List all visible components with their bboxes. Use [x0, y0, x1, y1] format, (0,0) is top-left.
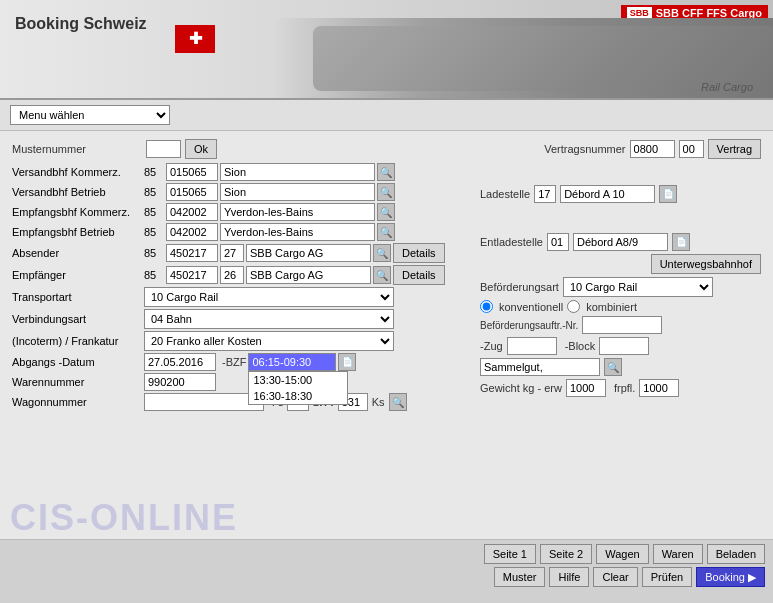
entladestelle-value[interactable] [573, 233, 668, 251]
abgangsdatum-row: Abgangs -Datum -BZF 13:30-15:00 16:30-18… [12, 353, 472, 371]
absender-search-icon[interactable]: 🔍 [373, 244, 391, 262]
wagen-button[interactable]: Wagen [596, 544, 648, 564]
bzf-option-1[interactable]: 13:30-15:00 [249, 372, 347, 388]
absender-details-button[interactable]: Details [393, 243, 445, 263]
header: SBB SBB CFF FFS Cargo Booking Schweiz ✚ … [0, 0, 773, 100]
vertragsnummer-input2[interactable] [679, 140, 704, 158]
sammelgut-input[interactable] [480, 358, 600, 376]
frpfl-input[interactable] [639, 379, 679, 397]
wagonnummer-row: Wagonnummer TU LWV Ks 🔍 [12, 393, 472, 411]
incoterm-select[interactable]: 20 Franko aller Kosten [144, 331, 394, 351]
empfaenger-details-button[interactable]: Details [393, 265, 445, 285]
absender-row: Absender 85 🔍 Details [12, 243, 472, 263]
ok-button[interactable]: Ok [185, 139, 217, 159]
empfangsbhf-kommerz-station[interactable] [220, 203, 375, 221]
bzf-doc-icon[interactable]: 📄 [338, 353, 356, 371]
seite1-button[interactable]: Seite 1 [484, 544, 536, 564]
transportart-label: Transportart [12, 291, 142, 303]
form-body: Versandbhf Kommerz. 85 🔍 Versandbhf Betr… [12, 163, 761, 413]
sammelgut-search-icon[interactable]: 🔍 [604, 358, 622, 376]
vertragsnummer-input1[interactable] [630, 140, 675, 158]
absender-name[interactable] [246, 244, 371, 262]
versandbhf-betrieb-station[interactable] [220, 183, 375, 201]
empfangsbhf-betrieb-label: Empfangsbhf Betrieb [12, 226, 142, 238]
ladestelle-label: Ladestelle [480, 188, 530, 200]
empfaenger-num2[interactable] [220, 266, 244, 284]
kombiniert-radio[interactable] [567, 300, 580, 313]
empfangsbhf-betrieb-station[interactable] [220, 223, 375, 241]
versandbhf-kommerz-station[interactable] [220, 163, 375, 181]
train-image: Rail Cargo [273, 18, 773, 98]
versandbhf-betrieb-search-icon[interactable]: 🔍 [377, 183, 395, 201]
empfaenger-num[interactable] [166, 266, 218, 284]
warennummer-input[interactable] [144, 373, 216, 391]
absender-num2[interactable] [220, 244, 244, 262]
versandbhf-betrieb-label: Versandbhf Betrieb [12, 186, 142, 198]
hilfe-button[interactable]: Hilfe [549, 567, 589, 587]
vertrag-button[interactable]: Vertrag [708, 139, 761, 159]
musternummer-input[interactable] [146, 140, 181, 158]
bzf-input[interactable] [248, 353, 336, 371]
bzf-list: 13:30-15:00 16:30-18:30 [248, 371, 348, 405]
versandbhf-kommerz-label: Versandbhf Kommerz. [12, 166, 142, 178]
entladestelle-doc-icon[interactable]: 📄 [672, 233, 690, 251]
empfaenger-search-icon[interactable]: 🔍 [373, 266, 391, 284]
booking-button[interactable]: Booking ▶ [696, 567, 765, 587]
unterwegsbahnhof-button[interactable]: Unterwegsbahnhof [651, 254, 761, 274]
ladestelle-value[interactable] [560, 185, 655, 203]
gewicht-input[interactable] [566, 379, 606, 397]
transportart-select[interactable]: 10 Cargo Rail [144, 287, 394, 307]
menu-bar: Menu wählen [0, 100, 773, 131]
clear-button[interactable]: Clear [593, 567, 637, 587]
seite2-button[interactable]: Seite 2 [540, 544, 592, 564]
empfangsbhf-kommerz-label: Empfangsbhf Kommerz. [12, 206, 142, 218]
empfangsbhf-betrieb-num[interactable] [166, 223, 218, 241]
konventionell-radio[interactable] [480, 300, 493, 313]
swiss-flag: ✚ [175, 25, 215, 53]
befoerderungsauftr-label: Beförderungsauftr.-Nr. [480, 320, 578, 331]
ladestelle-doc-icon[interactable]: 📄 [659, 185, 677, 203]
entladestelle-label: Entladestelle [480, 236, 543, 248]
verbindungsart-select[interactable]: 04 Bahn [144, 309, 394, 329]
versandbhf-kommerz-num[interactable] [166, 163, 218, 181]
waren-button[interactable]: Waren [653, 544, 703, 564]
pruefen-button[interactable]: Prüfen [642, 567, 692, 587]
entladestelle-num[interactable] [547, 233, 569, 251]
zug-input[interactable] [507, 337, 557, 355]
empfangsbhf-kommerz-code: 85 [144, 206, 164, 218]
abgangsdatum-input[interactable] [144, 353, 216, 371]
unterwegsbahnhof-row: Unterwegsbahnhof [480, 254, 761, 274]
wagonnummer-input[interactable] [144, 393, 264, 411]
block-label: -Block [565, 340, 596, 352]
zug-block-row: -Zug -Block [480, 337, 761, 355]
befoerderungsauftr-input[interactable] [582, 316, 662, 334]
rail-cargo-text: Rail Cargo [701, 81, 753, 93]
top-form-row: Musternummer Ok Vertragsnummer Vertrag [12, 139, 761, 159]
versandbhf-betrieb-num[interactable] [166, 183, 218, 201]
bzf-option-2[interactable]: 16:30-18:30 [249, 388, 347, 404]
sammelgut-row: 🔍 [480, 358, 761, 376]
musternummer-label: Musternummer [12, 143, 142, 155]
bzf-label: -BZF [222, 356, 246, 368]
entladestelle-row: Entladestelle 📄 [480, 233, 761, 251]
beladen-button[interactable]: Beladen [707, 544, 765, 564]
empfangsbhf-kommerz-num[interactable] [166, 203, 218, 221]
transportart-row: Transportart 10 Cargo Rail [12, 287, 472, 307]
empfangsbhf-betrieb-search-icon[interactable]: 🔍 [377, 223, 395, 241]
gewicht-row: Gewicht kg - erw frpfl. [480, 379, 761, 397]
frpfl-label: frpfl. [614, 382, 635, 394]
empfangsbhf-kommerz-search-icon[interactable]: 🔍 [377, 203, 395, 221]
menu-select[interactable]: Menu wählen [10, 105, 170, 125]
empfaenger-row: Empfänger 85 🔍 Details [12, 265, 472, 285]
block-input[interactable] [599, 337, 649, 355]
empfaenger-name[interactable] [246, 266, 371, 284]
muster-button[interactable]: Muster [494, 567, 546, 587]
lwv-search-icon[interactable]: 🔍 [389, 393, 407, 411]
versandbhf-kommerz-search-icon[interactable]: 🔍 [377, 163, 395, 181]
warennummer-label: Warennummer [12, 376, 142, 388]
app-title: Booking Schweiz [15, 15, 147, 33]
ladestelle-num[interactable] [534, 185, 556, 203]
befoerderungsart-select[interactable]: 10 Cargo Rail [563, 277, 713, 297]
absender-num[interactable] [166, 244, 218, 262]
zug-label: -Zug [480, 340, 503, 352]
